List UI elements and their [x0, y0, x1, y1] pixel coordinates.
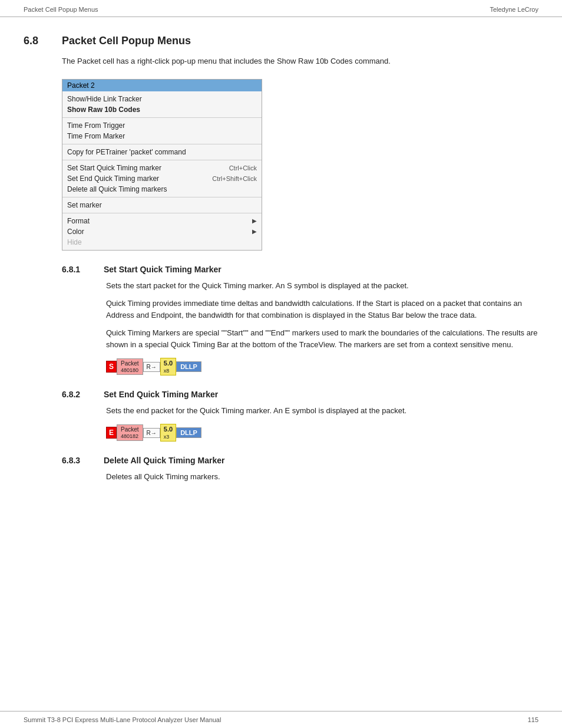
section-number: 6.8	[24, 35, 50, 47]
subsection-682-para1: Sets the end packet for the Quick Timing…	[106, 405, 538, 417]
packet-cell-r-s: R→	[143, 362, 160, 372]
section-title: Packet Cell Popup Menus	[62, 35, 191, 47]
popup-menu-header: Packet 2	[62, 80, 262, 91]
popup-section-1: Show/Hide Link Tracker Show Raw 10b Code…	[62, 91, 262, 118]
section-body: The Packet cell has a right-click pop-up…	[62, 55, 538, 483]
s-marker: S	[106, 361, 117, 373]
popup-section-5: Set marker	[62, 197, 262, 213]
subsection-681-number: 6.8.1	[62, 265, 94, 274]
subsection-681: 6.8.1 Set Start Quick Timing Marker Sets…	[62, 265, 538, 376]
popup-item-color[interactable]: Color ▶	[62, 226, 262, 237]
popup-item-format[interactable]: Format ▶	[62, 216, 262, 226]
footer-right: 115	[528, 716, 538, 723]
e-marker: E	[106, 427, 117, 439]
popup-item-set-marker[interactable]: Set marker	[62, 200, 262, 210]
popup-item-show-raw-10b[interactable]: Show Raw 10b Codes	[62, 104, 262, 115]
popup-section-6: Format ▶ Color ▶ Hide	[62, 213, 262, 250]
packet-cell-value-e: 5.0x3	[160, 424, 176, 442]
popup-section-3: Copy for PETrainer 'packet' command	[62, 144, 262, 160]
popup-item-show-hide-link-tracker[interactable]: Show/Hide Link Tracker	[62, 94, 262, 104]
page-header: Packet Cell Popup Menus Teledyne LeCroy	[0, 0, 562, 17]
subsection-681-body: Sets the start packet for the Quick Timi…	[106, 280, 538, 376]
popup-section-2: Time From Trigger Time From Marker	[62, 118, 262, 144]
packet-cell-dllp-e: DLLP	[176, 427, 201, 438]
packet-cell-value-s: 5.0x8	[160, 358, 176, 375]
packet-cell-pink-e: Packet480182	[117, 424, 143, 441]
intro-text: The Packet cell has a right-click pop-up…	[62, 55, 538, 67]
subsection-681-para3: Quick Timing Markers are special ""Start…	[106, 327, 538, 351]
subsection-681-para2: Quick Timing provides immediate time del…	[106, 298, 538, 321]
main-content: 6.8 Packet Cell Popup Menus The Packet c…	[0, 17, 562, 524]
section-heading: 6.8 Packet Cell Popup Menus	[24, 35, 538, 47]
popup-menu: Packet 2 Show/Hide Link Tracker Show Raw…	[62, 79, 262, 251]
subsection-683-number: 6.8.3	[62, 456, 94, 465]
packet-cell-r-e: R→	[143, 428, 160, 438]
popup-section-4: Set Start Quick Timing marker Ctrl+Click…	[62, 160, 262, 197]
format-arrow-icon: ▶	[252, 218, 257, 224]
packet-cell-pink-s: Packet480180	[117, 358, 143, 375]
packet-illustration-s: S Packet480180 R→ 5.0x8 DLLP	[106, 358, 538, 375]
popup-item-time-from-marker[interactable]: Time From Marker	[62, 131, 262, 141]
packet-illustration-e: E Packet480182 R→ 5.0x3 DLLP	[106, 424, 538, 442]
color-arrow-icon: ▶	[252, 228, 257, 235]
subsection-683-para1: Deletes all Quick Timing markers.	[106, 471, 538, 483]
subsection-682-body: Sets the end packet for the Quick Timing…	[106, 405, 538, 442]
popup-item-set-end-quick[interactable]: Set End Quick Timing marker Ctrl+Shift+C…	[62, 173, 262, 184]
popup-item-time-from-trigger[interactable]: Time From Trigger	[62, 120, 262, 131]
subsection-683-body: Deletes all Quick Timing markers.	[106, 471, 538, 483]
subsection-683: 6.8.3 Delete All Quick Timing Marker Del…	[62, 456, 538, 483]
popup-item-hide[interactable]: Hide	[62, 237, 262, 248]
subsection-682: 6.8.2 Set End Quick Timing Marker Sets t…	[62, 390, 538, 442]
footer-left: Summit T3-8 PCI Express Multi-Lane Proto…	[24, 716, 221, 723]
packet-cell-dllp-s: DLLP	[176, 361, 201, 372]
header-left: Packet Cell Popup Menus	[24, 6, 98, 13]
subsection-681-title: Set Start Quick Timing Marker	[104, 265, 222, 274]
popup-item-delete-all-quick[interactable]: Delete all Quick Timing markers	[62, 184, 262, 195]
subsection-681-para1: Sets the start packet for the Quick Timi…	[106, 280, 538, 292]
page-footer: Summit T3-8 PCI Express Multi-Lane Proto…	[0, 711, 562, 728]
header-right: Teledyne LeCroy	[490, 6, 538, 13]
subsection-682-title: Set End Quick Timing Marker	[104, 390, 218, 399]
subsection-682-heading: 6.8.2 Set End Quick Timing Marker	[62, 390, 538, 399]
subsection-683-heading: 6.8.3 Delete All Quick Timing Marker	[62, 456, 538, 465]
subsection-683-title: Delete All Quick Timing Marker	[104, 456, 224, 465]
subsection-681-heading: 6.8.1 Set Start Quick Timing Marker	[62, 265, 538, 274]
popup-item-copy-petrainer[interactable]: Copy for PETrainer 'packet' command	[62, 147, 262, 157]
subsection-682-number: 6.8.2	[62, 390, 94, 399]
popup-item-set-start-quick[interactable]: Set Start Quick Timing marker Ctrl+Click	[62, 163, 262, 173]
